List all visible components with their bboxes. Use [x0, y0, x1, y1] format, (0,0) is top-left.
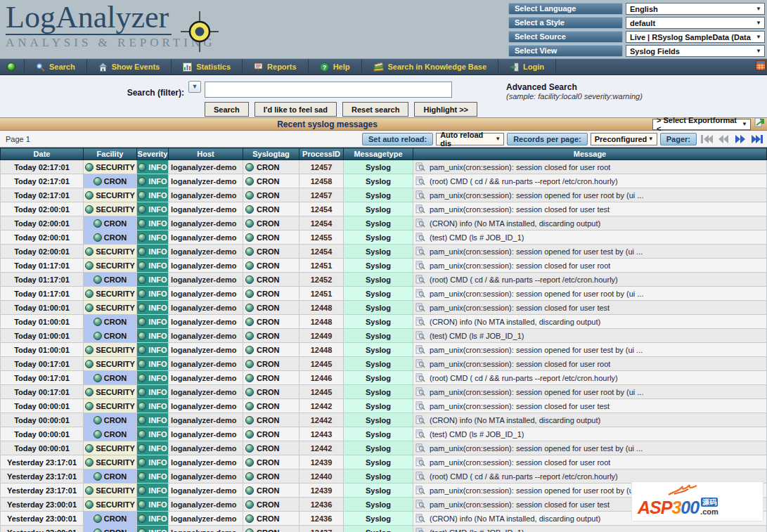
globe-filter-icon[interactable]	[138, 275, 146, 284]
message-detail-icon[interactable]	[415, 219, 425, 228]
records-per-page-select[interactable]: Preconfigured ▼	[591, 133, 657, 145]
globe-filter-icon[interactable]	[85, 360, 94, 368]
globe-filter-icon[interactable]	[85, 163, 94, 171]
menu-item-search-in-knowledge-base[interactable]: Search in Knowledge Base	[362, 59, 498, 75]
column-header-processid[interactable]: ProcessID	[299, 148, 344, 160]
globe-filter-icon[interactable]	[138, 205, 146, 214]
globe-filter-icon[interactable]	[245, 261, 254, 270]
menu-item-reports[interactable]: Reports	[243, 59, 308, 75]
pager-next-button[interactable]	[733, 133, 747, 145]
globe-filter-icon[interactable]	[245, 486, 254, 495]
menu-item-help[interactable]: ?Help	[309, 59, 361, 75]
globe-filter-icon[interactable]	[85, 444, 94, 453]
globe-filter-icon[interactable]	[245, 374, 254, 382]
globe-filter-icon[interactable]	[245, 458, 254, 467]
globe-filter-icon[interactable]	[138, 388, 146, 396]
message-detail-icon[interactable]	[415, 176, 425, 186]
auto-reload-select[interactable]: Auto reload dis ▼	[436, 133, 504, 145]
message-detail-icon[interactable]	[415, 331, 425, 340]
globe-filter-icon[interactable]	[94, 233, 102, 242]
globe-filter-icon[interactable]	[85, 304, 94, 312]
globe-filter-icon[interactable]	[245, 416, 254, 424]
globe-filter-icon[interactable]	[138, 290, 146, 298]
globe-filter-icon[interactable]	[94, 528, 102, 532]
grid-icon[interactable]	[756, 60, 766, 73]
globe-filter-icon[interactable]	[138, 500, 146, 509]
highlight-button[interactable]: Highlight >>	[414, 102, 477, 117]
message-detail-icon[interactable]	[415, 387, 425, 396]
globe-filter-icon[interactable]	[245, 402, 254, 410]
message-detail-icon[interactable]	[415, 486, 425, 495]
message-detail-icon[interactable]	[415, 359, 425, 368]
globe-filter-icon[interactable]	[138, 318, 146, 326]
search-input[interactable]	[205, 82, 452, 98]
globe-filter-icon[interactable]	[138, 219, 146, 228]
globe-filter-icon[interactable]	[138, 430, 146, 439]
globe-filter-icon[interactable]	[138, 360, 146, 368]
message-detail-icon[interactable]	[415, 317, 425, 326]
globe-filter-icon[interactable]	[245, 388, 254, 396]
message-detail-icon[interactable]	[415, 429, 425, 439]
globe-filter-icon[interactable]	[245, 233, 254, 242]
globe-filter-icon[interactable]	[138, 233, 146, 242]
column-header-severity[interactable]: Severity	[137, 148, 169, 160]
globe-filter-icon[interactable]	[94, 416, 102, 424]
globe-filter-icon[interactable]	[245, 514, 254, 523]
feel-sad-button[interactable]: I'd like to feel sad	[254, 102, 337, 117]
select-a-style-select[interactable]: default▼	[626, 17, 765, 29]
message-detail-icon[interactable]	[415, 458, 425, 467]
globe-filter-icon[interactable]	[85, 458, 94, 467]
menu-item-login[interactable]: Login	[498, 59, 555, 75]
select-language-select[interactable]: English▼	[626, 3, 765, 15]
globe-filter-icon[interactable]	[85, 486, 94, 495]
message-detail-icon[interactable]	[415, 443, 425, 453]
globe-filter-icon[interactable]	[245, 318, 254, 326]
column-header-message[interactable]: Message	[413, 148, 767, 160]
column-header-date[interactable]: Date	[1, 148, 84, 160]
menu-item-search[interactable]: Search	[25, 59, 86, 75]
globe-filter-icon[interactable]	[85, 290, 94, 298]
globe-filter-icon[interactable]	[138, 402, 146, 410]
globe-filter-icon[interactable]	[85, 402, 94, 410]
globe-filter-icon[interactable]	[94, 332, 102, 340]
globe-filter-icon[interactable]	[245, 205, 254, 214]
globe-filter-icon[interactable]	[245, 528, 254, 532]
globe-filter-icon[interactable]	[245, 275, 254, 284]
globe-filter-icon[interactable]	[85, 247, 94, 256]
pager-first-button[interactable]	[700, 133, 714, 145]
message-detail-icon[interactable]	[415, 345, 425, 354]
message-detail-icon[interactable]	[415, 233, 425, 242]
pager-previous-button[interactable]	[716, 133, 730, 145]
globe-filter-icon[interactable]	[245, 304, 254, 312]
globe-filter-icon[interactable]	[94, 177, 102, 186]
message-detail-icon[interactable]	[415, 514, 425, 523]
globe-filter-icon[interactable]	[138, 247, 146, 256]
globe-filter-icon[interactable]	[85, 500, 94, 509]
globe-filter-icon[interactable]	[245, 290, 254, 298]
message-detail-icon[interactable]	[415, 500, 425, 509]
column-header-syslogtag[interactable]: Syslogtag	[243, 148, 299, 160]
column-header-facility[interactable]: Facility	[84, 148, 137, 160]
globe-filter-icon[interactable]	[138, 304, 146, 312]
message-detail-icon[interactable]	[415, 261, 425, 270]
globe-filter-icon[interactable]	[138, 346, 146, 354]
globe-filter-icon[interactable]	[245, 332, 254, 340]
message-detail-icon[interactable]	[415, 162, 425, 171]
globe-filter-icon[interactable]	[138, 486, 146, 495]
export-icon[interactable]	[754, 117, 764, 131]
globe-filter-icon[interactable]	[94, 374, 102, 382]
globe-filter-icon[interactable]	[138, 416, 146, 424]
message-detail-icon[interactable]	[415, 401, 425, 410]
globe-filter-icon[interactable]	[85, 191, 94, 200]
message-detail-icon[interactable]	[415, 275, 425, 284]
search-dropdown-button[interactable]: ▼	[188, 81, 201, 93]
globe-filter-icon[interactable]	[245, 177, 254, 186]
globe-filter-icon[interactable]	[245, 191, 254, 200]
globe-filter-icon[interactable]	[245, 430, 254, 439]
message-detail-icon[interactable]	[415, 415, 425, 424]
globe-filter-icon[interactable]	[138, 374, 146, 382]
message-detail-icon[interactable]	[415, 303, 425, 312]
set-auto-reload-button[interactable]: Set auto reload:	[362, 133, 433, 145]
globe-filter-icon[interactable]	[138, 191, 146, 200]
globe-filter-icon[interactable]	[245, 360, 254, 368]
